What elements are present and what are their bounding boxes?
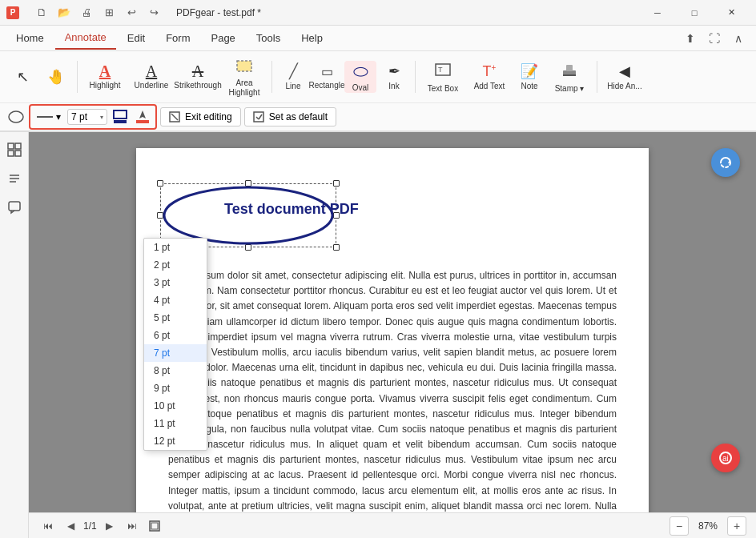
svg-rect-10 (136, 120, 149, 123)
open-btn[interactable]: 📂 (54, 3, 74, 22)
content-area: Test document PDF Lorem ipsum dolor sit … (29, 132, 756, 538)
stroke-color-container[interactable] (133, 107, 152, 126)
scan-btn[interactable]: ⊞ (99, 3, 119, 22)
area-highlight-tool[interactable]: Area Highlight (222, 54, 267, 99)
pdf-viewer[interactable]: Test document PDF Lorem ipsum dolor sit … (29, 132, 756, 512)
title-bar: P 🗋 📂 🖨 ⊞ ↩ ↪ PDFgear - test.pdf * ─ □ ✕ (0, 0, 756, 26)
svg-rect-4 (566, 65, 573, 71)
status-bar: ⏮ ◀ 1/1 ▶ ⏭ − 87% + (29, 512, 756, 538)
svg-rect-16 (8, 143, 14, 149)
thumbnail-icon[interactable] (3, 139, 26, 161)
size-4pt[interactable]: 4 pt (144, 291, 207, 309)
textbox-tool[interactable]: T Text Box (420, 54, 465, 99)
sub-toolbar: ▾ 7 pt ▾ (0, 102, 756, 131)
dropdown-arrow-stroke: ▾ (56, 111, 61, 122)
size-value: 7 pt (71, 111, 87, 122)
prev-page-btn[interactable]: ◀ (61, 516, 80, 536)
window-title: PDFgear - test.pdf * (176, 7, 261, 18)
sync-btn[interactable] (711, 148, 740, 177)
hide-tool[interactable]: ◀ Hide An... (602, 54, 647, 99)
fill-color-container[interactable] (111, 107, 130, 126)
rectangle-tool[interactable]: ▭ Rectangle (311, 61, 343, 93)
area-highlight-label: Area Highlight (225, 78, 263, 98)
size-5pt[interactable]: 5 pt (144, 309, 207, 327)
svg-rect-8 (114, 110, 127, 118)
separator-4 (597, 61, 597, 93)
close-btn[interactable]: ✕ (713, 0, 750, 26)
menu-tools[interactable]: Tools (247, 27, 290, 50)
zoom-out-btn[interactable]: − (670, 516, 689, 536)
svg-rect-9 (114, 120, 127, 123)
svg-point-6 (9, 111, 23, 122)
minimize-btn[interactable]: ─ (639, 0, 676, 26)
print-btn[interactable]: 🖨 (77, 3, 96, 22)
set-default-icon (253, 111, 264, 122)
note-tool[interactable]: 📝 Note (513, 61, 545, 93)
oval-tool[interactable]: ⬭ Oval (344, 61, 376, 93)
size-9pt[interactable]: 9 pt (144, 379, 207, 397)
last-page-btn[interactable]: ⏭ (123, 516, 142, 536)
svg-rect-23 (9, 202, 20, 211)
strikethrough-tool[interactable]: A Strikethrough (175, 54, 220, 99)
svg-line-12 (171, 114, 178, 120)
new-btn[interactable]: 🗋 (32, 3, 51, 22)
size-dropdown[interactable]: 1 pt 2 pt 3 pt 4 pt 5 pt 6 pt 7 pt 8 pt … (143, 238, 207, 451)
next-page-btn[interactable]: ▶ (100, 516, 119, 536)
size-selector[interactable]: 7 pt ▾ (67, 109, 107, 125)
zoom-in-btn[interactable]: + (727, 516, 746, 536)
exit-editing-label: Exit editing (185, 111, 232, 122)
svg-line-15 (259, 114, 262, 119)
toolbar-container: Home Annotate Edit Form Page Tools Help … (0, 26, 756, 132)
underline-tool[interactable]: A Underline (129, 54, 174, 99)
menu-annotate[interactable]: Annotate (55, 27, 116, 50)
menu-edit[interactable]: Edit (118, 27, 155, 50)
oval-indicator (6, 107, 26, 126)
ink-tool[interactable]: ✒ Ink (378, 61, 410, 93)
menu-home[interactable]: Home (6, 27, 54, 50)
app-icon: P (6, 6, 19, 19)
size-8pt[interactable]: 8 pt (144, 362, 207, 379)
menu-page[interactable]: Page (201, 27, 244, 50)
highlight-tool[interactable]: A Highlight (82, 54, 127, 99)
maximize-btn[interactable]: □ (676, 0, 713, 26)
svg-rect-17 (15, 143, 21, 149)
set-default-btn[interactable]: Set as default (244, 107, 336, 126)
fit-page-btn[interactable] (145, 516, 164, 536)
select-tool[interactable]: ↖ (6, 61, 38, 93)
comment-icon[interactable] (3, 196, 26, 219)
size-3pt[interactable]: 3 pt (144, 274, 207, 291)
size-10pt[interactable]: 10 pt (144, 397, 207, 415)
exit-editing-btn[interactable]: Exit editing (160, 107, 241, 126)
quick-toolbar: 🗋 📂 🖨 ⊞ ↩ ↪ (26, 2, 170, 24)
stroke-style-btn[interactable]: ▾ (34, 110, 64, 124)
redo-btn[interactable]: ↪ (144, 3, 163, 22)
hand-tool[interactable]: 🤚 (40, 61, 72, 93)
sync-icon (718, 155, 733, 170)
size-display[interactable]: 7 pt ▾ (67, 109, 107, 125)
menu-help[interactable]: Help (292, 27, 332, 50)
menu-form[interactable]: Form (156, 27, 199, 50)
undo-btn[interactable]: ↩ (122, 3, 141, 22)
stamp-tool[interactable]: Stamp ▾ (547, 54, 592, 99)
upload-icon[interactable]: ⬆ (679, 27, 702, 50)
svg-rect-0 (237, 61, 251, 71)
svg-text:T: T (438, 66, 443, 74)
first-page-btn[interactable]: ⏮ (38, 516, 58, 536)
dropdown-arrow-size: ▾ (100, 114, 103, 121)
stroke-group: ▾ 7 pt ▾ (29, 104, 157, 130)
size-2pt[interactable]: 2 pt (144, 256, 207, 274)
size-7pt[interactable]: 7 pt (144, 344, 207, 362)
expand-icon[interactable]: ∧ (727, 27, 750, 50)
line-tool[interactable]: ╱ Line (277, 61, 309, 93)
size-6pt[interactable]: 6 pt (144, 327, 207, 344)
fullscreen-icon[interactable]: ⛶ (703, 27, 726, 50)
svg-rect-19 (15, 151, 21, 156)
size-11pt[interactable]: 11 pt (144, 415, 207, 432)
exit-icon (169, 111, 180, 122)
menu-bar: Home Annotate Edit Form Page Tools Help … (0, 26, 756, 51)
chat-btn[interactable]: ai (711, 444, 740, 472)
size-1pt[interactable]: 1 pt (144, 239, 207, 256)
addtext-tool[interactable]: T+ Add Text (467, 54, 512, 99)
size-12pt[interactable]: 12 pt (144, 432, 207, 450)
bookmark-icon[interactable] (3, 167, 26, 190)
